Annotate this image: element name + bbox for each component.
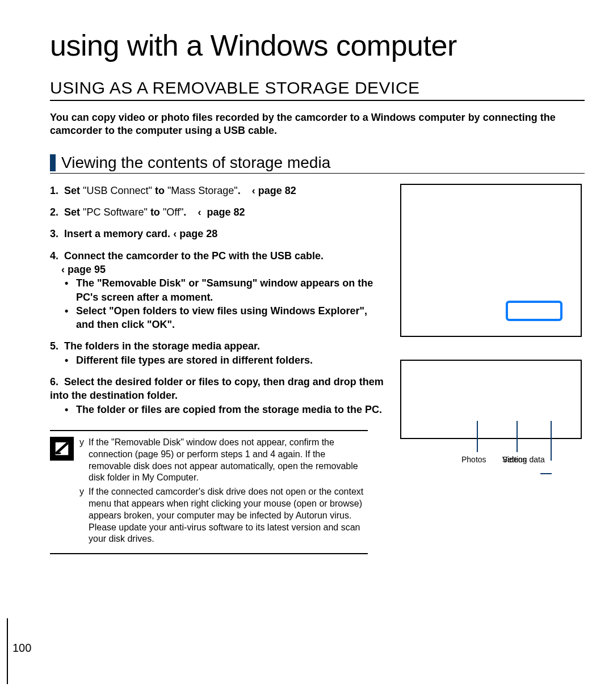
step-1: 1. Set "USB Connect" to "Mass Storage". … bbox=[50, 184, 387, 197]
chapter-title: using with a Windows computer bbox=[50, 28, 585, 62]
section-title: USING AS A REMOVABLE STORAGE DEVICE bbox=[50, 78, 585, 101]
step-4: 4. Connect the camcorder to the PC with … bbox=[50, 249, 387, 332]
subhead-accent-bar bbox=[50, 154, 56, 171]
step-4-bullet-1: The "Removable Disk" or "Samsung" window… bbox=[65, 276, 387, 304]
page-number: 100 bbox=[12, 642, 31, 655]
callout-connector-setting bbox=[540, 473, 552, 474]
step-2-value: "Off" bbox=[160, 206, 183, 218]
note-2-text: If the connected camcorder's disk drive … bbox=[89, 486, 368, 545]
step-1-value: "Mass Storage" bbox=[165, 185, 238, 196]
step-5-text: The folders in the storage media appear. bbox=[64, 340, 260, 352]
step-1-pageref: page 82 bbox=[258, 185, 296, 196]
ok-button-highlight bbox=[506, 301, 562, 321]
arrow-icon: ‹ bbox=[61, 264, 65, 275]
subhead-text: Viewing the contents of storage media bbox=[61, 154, 330, 172]
note-item-2: y If the connected camcorder's disk driv… bbox=[79, 486, 368, 545]
body-left-column: 1. Set "USB Connect" to "Mass Storage". … bbox=[50, 184, 387, 560]
step-5-bullet-1: Different file types are stored in diffe… bbox=[65, 353, 387, 367]
step-2-pageref: page 82 bbox=[207, 206, 245, 218]
autoplay-dialog-figure bbox=[400, 184, 582, 337]
step-1-period: . bbox=[238, 185, 241, 196]
step-6-text: Select the desired folder or files to co… bbox=[50, 376, 384, 401]
step-6: 6. Select the desired folder or files to… bbox=[50, 375, 387, 416]
step-1-to: to bbox=[155, 185, 165, 196]
note-icon bbox=[50, 437, 74, 461]
step-3-pageref: page 28 bbox=[179, 228, 217, 239]
callout-label-photos: Photos bbox=[461, 455, 486, 464]
note-1-text: If the "Removable Disk" window does not … bbox=[89, 437, 368, 484]
arrow-icon: ‹ bbox=[252, 185, 255, 196]
step-6-bullet-1: The folder or files are copied from the … bbox=[65, 403, 387, 416]
callout-label-setting: Setting data bbox=[502, 455, 545, 464]
intro-paragraph: You can copy video or photo files record… bbox=[50, 111, 572, 138]
arrow-icon: ‹ bbox=[173, 228, 177, 239]
callout-line-setting bbox=[551, 421, 552, 461]
folder-callouts: Photos Videos Setting data bbox=[400, 438, 582, 483]
step-3: 3. Insert a memory card. ‹ page 28 bbox=[50, 227, 387, 241]
subsection-heading: Viewing the contents of storage media bbox=[50, 154, 585, 174]
folder-tree-figure bbox=[400, 360, 582, 439]
step-4-text: Connect the camcorder to the PC with the… bbox=[64, 250, 324, 262]
callout-line-photos bbox=[477, 421, 478, 452]
step-2-option: "PC Software" bbox=[80, 206, 150, 218]
callout-line-videos bbox=[517, 421, 518, 452]
step-2-period: . bbox=[183, 206, 186, 218]
step-4-bullet-2: Select "Open folders to view files using… bbox=[65, 304, 387, 332]
left-margin-rule bbox=[7, 618, 8, 684]
step-5: 5. The folders in the storage media appe… bbox=[50, 339, 387, 367]
note-item-1: y If the "Removable Disk" window does no… bbox=[79, 437, 368, 484]
step-2-to: to bbox=[150, 206, 160, 218]
step-2: 2. Set "PC Software" to "Off". ‹ page 82 bbox=[50, 205, 387, 219]
note-block: y If the "Removable Disk" window does no… bbox=[50, 430, 368, 554]
arrow-icon: ‹ bbox=[198, 206, 201, 218]
step-2-set: Set bbox=[64, 206, 80, 218]
step-4-pageref: page 95 bbox=[68, 264, 106, 275]
body-right-column: Photos Videos Setting data bbox=[397, 184, 585, 560]
step-1-set: Set bbox=[64, 185, 80, 196]
step-3-text: Insert a memory card. bbox=[64, 228, 170, 239]
step-1-option: "USB Connect" bbox=[80, 185, 155, 196]
